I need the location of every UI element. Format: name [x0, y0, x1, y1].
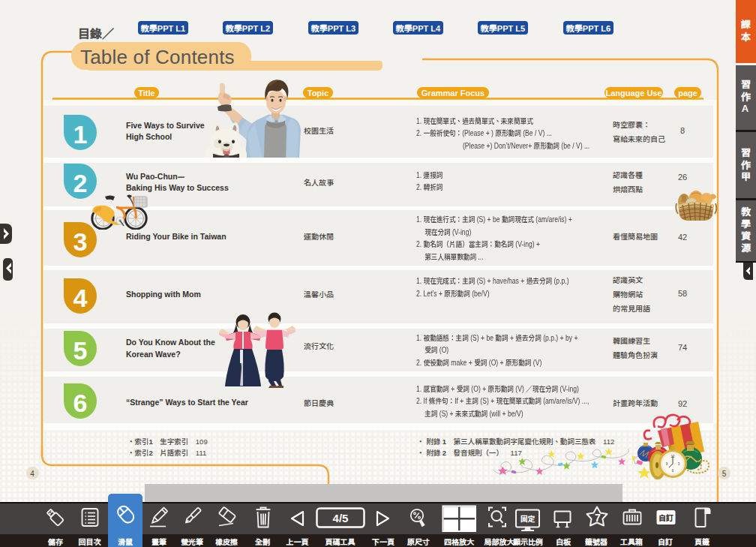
- svg-text:7: 7: [595, 512, 601, 524]
- svg-text:固定: 固定: [520, 513, 536, 524]
- svg-text:4/5: 4/5: [333, 512, 349, 524]
- svg-text:自訂: 自訂: [658, 512, 674, 523]
